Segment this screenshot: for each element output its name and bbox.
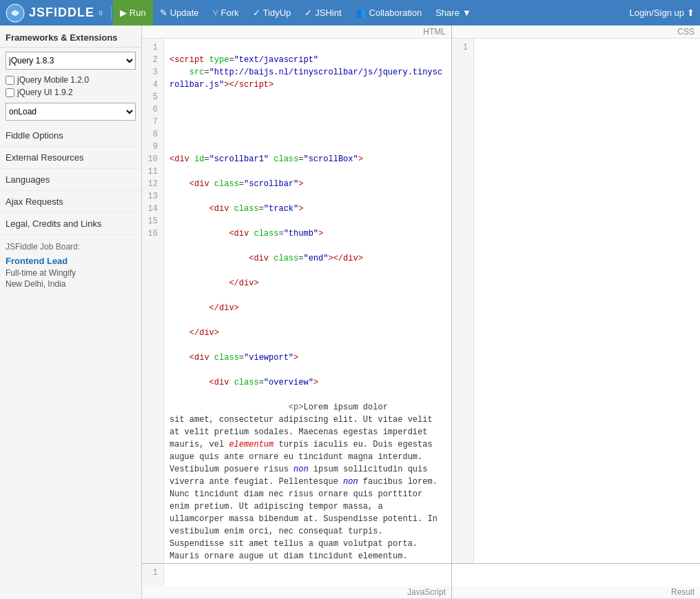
js-panel: 1 $('#scrollbar1').tinyscrollbar(); Java… [142, 564, 452, 599]
languages-link[interactable]: Languages [0, 169, 141, 191]
legal-link[interactable]: Legal, Credits and Links [0, 213, 141, 235]
html-code-area[interactable]: 1 2 3 4 5 6 7 8 9 10 11 12 13 14 [142, 39, 451, 563]
result-content [452, 564, 700, 586]
jquery-ui-checkbox-wrap: jQuery UI 1.9.2 [0, 86, 141, 99]
jquery-ui-checkbox[interactable] [6, 88, 14, 97]
top-navigation: JSFIDDLE α ▶ Run ✎ Update ⑂ Fork ✓ TidyU… [0, 0, 700, 26]
html-panel: HTML 1 2 3 4 5 6 7 8 9 10 11 12 [142, 26, 452, 563]
jquery-mobile-label: jQuery Mobile 1.2.0 [17, 75, 89, 85]
signin-link[interactable]: Login/Sign up [629, 8, 684, 18]
chevron-down-icon: ▼ [462, 8, 471, 18]
job-location: New Delhi, India [0, 278, 141, 290]
nav-divider-1 [111, 6, 112, 20]
jquery-select-wrap: jQuery 1.8.3 jQuery 1.9.1 jQuery 2.0.0 N… [0, 48, 141, 74]
css-code-content [474, 39, 700, 563]
update-icon: ✎ [160, 8, 167, 18]
js-label: JavaScript [142, 586, 451, 599]
fork-icon: ⑂ [213, 8, 218, 18]
signin-arrow: ⬆ [687, 8, 694, 18]
job-type: Full-time at Wingify [0, 267, 141, 278]
html-code-content: <script type="text/javascript" src="http… [164, 39, 451, 563]
css-panel: CSS 1 [452, 26, 700, 563]
jshint-button[interactable]: ✓ JSHint [298, 0, 348, 26]
logo-icon [6, 3, 25, 23]
onload-select[interactable]: onLoad onDomReady No wrap - in body No w… [6, 103, 136, 121]
jquery-mobile-checkbox[interactable] [6, 76, 14, 85]
external-resources-link[interactable]: External Resources [0, 147, 141, 169]
logo-text: JSFIDDLE [29, 6, 94, 20]
css-line-numbers: 1 [452, 39, 474, 563]
fiddle-options-link[interactable]: Fiddle Options [0, 125, 141, 147]
logo-alpha: α [99, 9, 103, 17]
tidyup-icon: ✓ [253, 8, 260, 18]
content-area: HTML 1 2 3 4 5 6 7 8 9 10 11 12 [142, 26, 700, 599]
run-button[interactable]: ▶ Run [113, 0, 153, 26]
js-line-numbers: 1 [142, 564, 164, 586]
css-code-area[interactable]: 1 [452, 39, 700, 563]
main-layout: Frameworks & Extensions jQuery 1.8.3 jQu… [0, 26, 700, 599]
line-numbers: 1 2 3 4 5 6 7 8 9 10 11 12 13 14 [142, 39, 164, 563]
tidyup-button[interactable]: ✓ TidyUp [246, 0, 298, 26]
jquery-mobile-checkbox-wrap: jQuery Mobile 1.2.0 [0, 74, 141, 86]
jquery-ui-label: jQuery UI 1.9.2 [17, 88, 73, 97]
run-icon: ▶ [120, 8, 127, 18]
sidebar: Frameworks & Extensions jQuery 1.8.3 jQu… [0, 26, 142, 599]
fork-button[interactable]: ⑂ Fork [206, 0, 246, 26]
onload-dropdown-wrap: onLoad onDomReady No wrap - in body No w… [0, 99, 141, 125]
collaboration-icon: 👥 [356, 8, 367, 18]
result-label: Result [452, 586, 700, 599]
job-title[interactable]: Frontend Lead [0, 254, 141, 267]
share-button[interactable]: Share ▼ [429, 0, 478, 26]
nav-right: Login/Sign up ⬆ [629, 8, 694, 18]
update-button[interactable]: ✎ Update [153, 0, 206, 26]
css-label: CSS [452, 26, 700, 39]
ajax-requests-link[interactable]: Ajax Requests [0, 191, 141, 213]
collaboration-button[interactable]: 👥 Collaboration [349, 0, 429, 26]
jshint-icon: ✓ [305, 8, 312, 18]
job-board-label: JSFiddle Job Board: [0, 235, 141, 254]
jquery-select[interactable]: jQuery 1.8.3 jQuery 1.9.1 jQuery 2.0.0 N… [6, 52, 136, 70]
js-code-area[interactable]: 1 $('#scrollbar1').tinyscrollbar(); [142, 564, 451, 586]
bottom-row: 1 $('#scrollbar1').tinyscrollbar(); Java… [142, 563, 700, 599]
html-label: HTML [142, 26, 451, 39]
frameworks-title: Frameworks & Extensions [0, 26, 141, 48]
top-row: HTML 1 2 3 4 5 6 7 8 9 10 11 12 [142, 26, 700, 563]
result-panel: Result [452, 564, 700, 599]
app-logo[interactable]: JSFIDDLE α [6, 3, 103, 23]
js-code-content: $('#scrollbar1').tinyscrollbar(); [164, 564, 451, 586]
